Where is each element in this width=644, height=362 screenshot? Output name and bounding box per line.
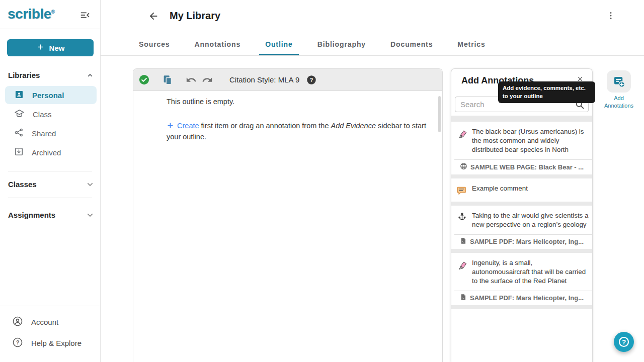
highlighter-icon xyxy=(455,258,468,286)
outline-panel: Citation Style: MLA 9 ? This outline is … xyxy=(133,68,443,362)
help-circle-icon: ? xyxy=(12,337,23,349)
pdf-icon xyxy=(460,294,467,302)
add-icon xyxy=(167,122,174,132)
saved-check-icon xyxy=(139,74,149,85)
svg-text:?: ? xyxy=(622,338,626,346)
help-icon[interactable]: ? xyxy=(306,75,316,85)
registered-mark: ® xyxy=(51,9,55,15)
help-explore-button[interactable]: ? Help & Explore xyxy=(12,337,82,349)
note-add-icon xyxy=(607,70,631,93)
logo-row: scrible® xyxy=(0,0,100,29)
sidebar-item-class[interactable]: Class xyxy=(5,105,97,123)
create-link[interactable]: Create xyxy=(177,122,199,130)
sidebar: scrible® New Libraries Personal Class Sh… xyxy=(0,0,101,362)
anchor-icon xyxy=(455,211,468,229)
sidebar-item-archived[interactable]: Archived xyxy=(5,143,97,161)
annotation-source[interactable]: SAMPLE PDF: Mars Helicopter, Ing... xyxy=(454,234,592,249)
archive-icon xyxy=(14,147,24,158)
classes-section-header[interactable]: Classes xyxy=(8,179,95,189)
sidebar-item-shared[interactable]: Shared xyxy=(5,124,97,142)
tab-outline[interactable]: Outline xyxy=(259,33,299,55)
chevron-down-icon xyxy=(85,210,95,220)
page-title: My Library xyxy=(170,10,220,22)
rail-label: Add Annotations xyxy=(603,95,634,110)
create-hint: Create first item or drag an annotation … xyxy=(167,121,431,142)
divider xyxy=(8,198,92,198)
tooltip: Add evidence, comments, etc. to your out… xyxy=(498,81,595,103)
sidebar-item-personal[interactable]: Personal xyxy=(5,86,97,104)
scrollbar-thumb[interactable] xyxy=(438,96,441,132)
chevron-down-icon xyxy=(85,179,95,189)
assignments-section-header[interactable]: Assignments xyxy=(8,210,95,220)
divider xyxy=(8,171,92,171)
divider xyxy=(0,306,100,306)
tabbar: Sources Annotations Outline Bibliography… xyxy=(101,33,644,56)
annotation-source[interactable]: SAMPLE WEB PAGE: Black Bear - ... xyxy=(454,159,592,174)
tab-documents[interactable]: Documents xyxy=(384,33,439,55)
outline-content: This outline is empty. Create first item… xyxy=(133,91,442,142)
scrible-logo[interactable]: scrible® xyxy=(8,6,55,22)
add-evidence-ref: Add Evidence xyxy=(331,122,376,130)
graduation-cap-icon xyxy=(14,108,25,120)
tab-bibliography[interactable]: Bibliography xyxy=(311,33,372,55)
back-arrow-icon[interactable] xyxy=(148,11,159,24)
chevron-up-icon xyxy=(85,70,95,80)
annotation-source[interactable]: SAMPLE PDF: Mars Helicopter, Ing... xyxy=(454,291,592,305)
account-circle-icon xyxy=(12,316,23,328)
help-fab[interactable]: ? xyxy=(614,332,634,352)
annotation-list: The black bear (Ursus americanus) is the… xyxy=(451,116,592,309)
svg-text:?: ? xyxy=(310,76,313,82)
redo-icon[interactable] xyxy=(202,74,213,85)
citation-style-label[interactable]: Citation Style: MLA 9 xyxy=(229,75,299,84)
pdf-icon xyxy=(460,237,467,246)
tab-sources[interactable]: Sources xyxy=(133,33,176,55)
collapse-sidebar-icon[interactable] xyxy=(79,10,91,23)
add-annotations-rail-button[interactable]: Add Annotations xyxy=(603,70,634,110)
copy-icon[interactable] xyxy=(162,74,173,85)
libraries-header[interactable]: Libraries xyxy=(8,70,95,80)
list-top-strip xyxy=(451,116,592,122)
globe-icon xyxy=(460,162,467,171)
account-button[interactable]: Account xyxy=(12,316,58,328)
svg-text:?: ? xyxy=(16,339,20,345)
undo-icon[interactable] xyxy=(186,74,197,85)
main-area: My Library Sources Annotations Outline B… xyxy=(101,0,644,362)
annotation-text: The black bear (Ursus americanus) is the… xyxy=(472,127,591,154)
empty-outline-message: This outline is empty. xyxy=(167,98,431,106)
plus-icon xyxy=(36,43,45,53)
annotation-card[interactable]: The black bear (Ursus americanus) is the… xyxy=(451,122,592,178)
annotation-card[interactable]: Example comment xyxy=(451,178,592,206)
person-badge-icon xyxy=(14,89,24,101)
new-button[interactable]: New xyxy=(7,39,94,56)
annotation-text: Ingenuity, is a small, autonomousaircraf… xyxy=(472,258,591,286)
more-options-icon[interactable] xyxy=(606,11,616,23)
tab-metrics[interactable]: Metrics xyxy=(451,33,491,55)
outline-toolbar: Citation Style: MLA 9 ? xyxy=(133,69,442,91)
highlighter-icon xyxy=(455,127,468,154)
share-icon xyxy=(14,128,24,139)
add-annotations-panel: Add Annotations The black bear (Ursus am… xyxy=(451,68,593,362)
comment-icon xyxy=(455,184,468,197)
annotation-text: Example comment xyxy=(472,184,591,197)
annotation-card[interactable]: Taking to the air would give scientists … xyxy=(451,206,592,253)
annotation-text: Taking to the air would give scientists … xyxy=(472,211,591,229)
tab-annotations[interactable]: Annotations xyxy=(189,33,247,55)
scrible-app: scrible® New Libraries Personal Class Sh… xyxy=(0,0,644,362)
annotation-card[interactable]: Ingenuity, is a small, autonomousaircraf… xyxy=(451,253,592,309)
